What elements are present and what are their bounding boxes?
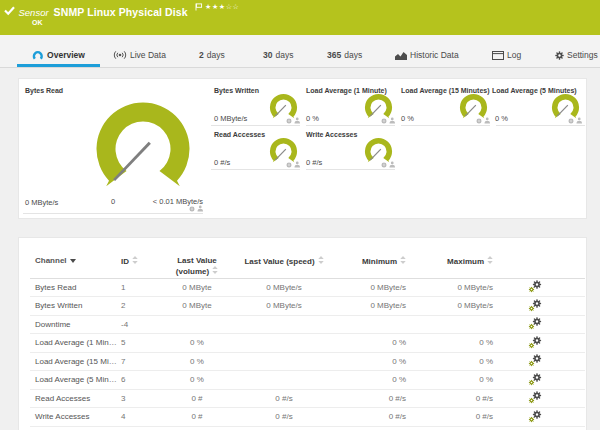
gauge-value-bytes-written: 0 MByte/s	[214, 115, 247, 123]
column-header-channel[interactable]: Channel	[30, 237, 117, 278]
table-header-row: Channel ID Last Value(volume) Last Value…	[30, 237, 585, 278]
status-ok-check-icon	[4, 5, 15, 16]
last-value-speed	[234, 315, 334, 334]
edit-channel-gears-icon[interactable]	[494, 371, 585, 390]
channel-id: 6	[117, 371, 160, 390]
tab-log[interactable]: Log	[492, 43, 521, 67]
last-value-speed	[234, 352, 334, 371]
edit-channel-gears-icon[interactable]	[494, 408, 585, 427]
channel-id: 1	[117, 278, 160, 297]
tile-mini-icons[interactable]	[381, 161, 396, 169]
tab-historic-data[interactable]: Historic Data	[395, 43, 459, 67]
gauge-title-bytes-read: Bytes Read	[25, 87, 63, 95]
channel-name: Read Accesses	[30, 389, 117, 408]
gauge-value-load-15min: 0 %	[401, 115, 414, 123]
maximum-value: 0 %	[407, 371, 494, 390]
maximum-value: 0 %	[407, 352, 494, 371]
channel-id: -4	[117, 315, 160, 334]
maximum-value	[407, 315, 494, 334]
tab-settings[interactable]: Settings	[555, 43, 598, 67]
gauge-value-read-accesses: 0 #/s	[214, 159, 230, 167]
edit-channel-gears-icon[interactable]	[494, 278, 585, 297]
edit-channel-gears-icon[interactable]	[494, 315, 585, 334]
edit-channel-gears-icon[interactable]	[494, 297, 585, 316]
channel-id: 5	[117, 334, 160, 353]
column-header-id[interactable]: ID	[117, 237, 160, 278]
last-value-volume	[160, 315, 234, 334]
last-value-volume: 0 MByte	[160, 297, 234, 316]
tab-30-days[interactable]: 30days	[263, 43, 293, 67]
last-value-speed: 0 #/s	[234, 389, 334, 408]
tab-live-data[interactable]: Live Data	[113, 43, 166, 67]
table-row: Read Accesses30 #0 #/s0 #/s0 #/s	[30, 389, 585, 408]
tab-2-days[interactable]: 2days	[199, 43, 225, 67]
channel-name: Load Average (5 Minutes)	[30, 371, 117, 390]
edit-channel-gears-icon[interactable]	[494, 352, 585, 371]
channel-name: Load Average (15 Minutes)	[30, 352, 117, 371]
minimum-value: 0 %	[334, 352, 407, 371]
edit-channel-gears-icon[interactable]	[494, 334, 585, 353]
column-header-minimum[interactable]: Minimum	[334, 237, 407, 278]
minimum-value	[334, 315, 407, 334]
column-header-maximum[interactable]: Maximum	[407, 237, 494, 278]
sort-both-icon	[318, 256, 324, 267]
table-row: Load Average (1 Minute)50 %0 %0 %	[30, 334, 585, 353]
gauge-bytes-read	[83, 89, 203, 209]
maximum-value: 0 #/s	[407, 408, 494, 427]
tile-mini-icons[interactable]	[286, 117, 301, 125]
tile-mini-icons[interactable]	[568, 117, 583, 125]
table-row: Load Average (15 Minutes)70 %0 %0 %	[30, 352, 585, 371]
last-value-volume: 0 #	[160, 389, 234, 408]
tile-mini-icons[interactable]	[381, 117, 396, 125]
gauge-title-read-accesses: Read Accesses	[214, 131, 265, 139]
channel-name: Load Average (1 Minute)	[30, 334, 117, 353]
gear-icon	[555, 51, 564, 60]
last-value-volume: 0 %	[160, 371, 234, 390]
sort-desc-icon	[70, 256, 76, 266]
table-row: Write Accesses40 #0 #/s0 #/s0 #/s	[30, 408, 585, 427]
channel-id: 7	[117, 352, 160, 371]
log-window-icon	[492, 51, 504, 60]
sensor-kind-label: Sensor	[19, 7, 49, 18]
last-value-speed: 0 #/s	[234, 408, 334, 427]
gauge-value-load-1min: 0 %	[306, 115, 319, 123]
column-header-last-value-speed[interactable]: Last Value (speed)	[234, 237, 334, 278]
sort-both-icon	[487, 256, 493, 267]
minimum-value: 0 MByte/s	[334, 278, 407, 297]
channel-name: Downtime	[30, 315, 117, 334]
last-value-volume: 0 #	[160, 408, 234, 427]
maximum-value: 0 MByte/s	[407, 297, 494, 316]
tab-bar: Overview Live Data 2days 30days 365days …	[0, 35, 600, 68]
sort-both-icon	[400, 256, 406, 267]
maximum-value: 0 %	[407, 334, 494, 353]
column-header-actions	[494, 237, 585, 278]
maximum-value: 0 #/s	[407, 389, 494, 408]
gauge-value-bytes-read: 0 MByte/s	[25, 199, 58, 207]
column-header-last-value-volume[interactable]: Last Value(volume)	[160, 237, 234, 278]
flag-icon[interactable]	[195, 3, 203, 11]
minimum-value: 0 #/s	[334, 389, 407, 408]
table-row: Downtime-4	[30, 315, 585, 334]
tile-mini-icons[interactable]	[189, 205, 204, 213]
sort-both-icon	[132, 256, 138, 267]
status-badge: OK	[32, 19, 43, 26]
table-row: Bytes Written20 MByte0 MByte/s0 MByte/s0…	[30, 297, 585, 316]
channel-id: 2	[117, 297, 160, 316]
sort-both-icon	[212, 266, 218, 277]
tab-365-days[interactable]: 365days	[327, 43, 362, 67]
last-value-volume: 0 %	[160, 352, 234, 371]
table-row: Load Average (5 Minutes)60 %0 %0 %	[30, 371, 585, 390]
channel-table: Channel ID Last Value(volume) Last Value…	[30, 237, 585, 427]
minimum-value: 0 %	[334, 371, 407, 390]
gauge-title-write-accesses: Write Accesses	[306, 131, 357, 139]
page-title: SNMP Linux Physical Disk	[54, 6, 188, 18]
minimum-value: 0 %	[334, 334, 407, 353]
last-value-volume: 0 MByte	[160, 278, 234, 297]
priority-stars[interactable]: ★★★☆☆	[205, 3, 239, 11]
table-row: Bytes Read10 MByte0 MByte/s0 MByte/s0 MB…	[30, 278, 585, 297]
tile-mini-icons[interactable]	[286, 161, 301, 169]
tile-mini-icons[interactable]	[476, 117, 491, 125]
edit-channel-gears-icon[interactable]	[494, 389, 585, 408]
channel-name: Bytes Read	[30, 278, 117, 297]
gauge-value-write-accesses: 0 #/s	[306, 159, 322, 167]
